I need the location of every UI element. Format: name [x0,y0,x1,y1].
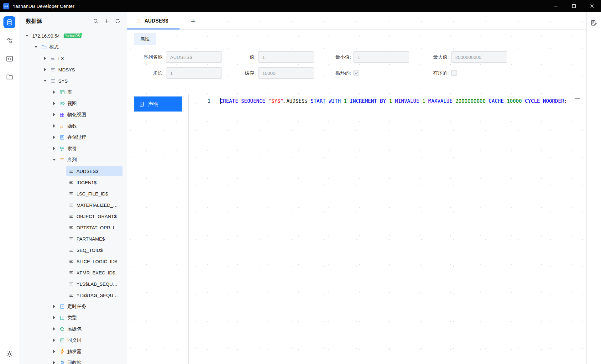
tree-item-LX[interactable]: LX [19,53,127,64]
close-button[interactable] [583,0,601,12]
declaration-button[interactable]: 声明 [134,96,182,112]
tab-bar: AUDSES$ + [127,12,586,30]
search-button[interactable] [92,18,99,25]
tree-item-物化视图[interactable]: 物化视图 [19,109,127,120]
caret-down-icon[interactable] [24,35,30,37]
caret-right-icon[interactable] [51,361,57,364]
tree-item-AUDSES$[interactable]: AUDSES$ [19,165,127,177]
field-label-ordered: 有序的: [412,70,449,76]
caret-right-icon[interactable] [51,124,57,127]
field-input-seq_name[interactable] [166,51,222,63]
right-panel-rail [586,12,601,364]
caret-right-icon[interactable] [51,147,57,150]
tree-item-LSC_FILE_ID$[interactable]: LSC_FILE_ID$ [19,188,127,199]
tree-item-定时任务[interactable]: 定时任务 [19,301,127,312]
function-icon: fx [60,123,65,129]
caret-right-icon[interactable] [51,102,57,105]
caret-right-icon[interactable] [42,68,48,71]
activity-files-panel[interactable] [3,71,15,83]
field-input-cache[interactable] [258,67,314,79]
tree-item-PARTNAME$[interactable]: PARTNAME$ [19,233,127,244]
tree-item-label: MATERIALIZED_… [76,202,118,208]
tree-item-SEQ_TOID$[interactable]: SEQ_TOID$ [19,244,127,256]
tree-item-YLS$TAG_SEQU…[interactable]: YLS$TAG_SEQU… [19,289,127,301]
tree-item-content: IDGEN1$ [66,178,123,187]
caret-right-icon[interactable] [51,305,57,308]
tree-item-序列[interactable]: 序列 [19,154,127,165]
tree-item-函数[interactable]: fx函数 [19,120,127,132]
activity-settings-panel[interactable] [3,34,15,46]
code-token: .AUDSES$ [283,98,311,104]
tree-item-label: SLICE_LOGIC_ID$ [76,259,117,264]
tree-item-高级包[interactable]: 高级包 [19,323,127,335]
tree-item-触发器[interactable]: 触发器 [19,346,127,357]
caret-down-icon[interactable] [42,80,48,82]
code-token: ; [564,98,567,104]
tree-item-存储过程[interactable]: 存储过程 [19,132,127,143]
scrollbar-thumb[interactable] [575,98,580,99]
caret-right-icon[interactable] [51,91,57,94]
tree-item-MDSYS[interactable]: MDSYS [19,64,127,75]
caret-right-icon[interactable] [51,327,57,330]
caret-right-icon[interactable] [51,113,57,116]
tree-item-content: PARTNAME$ [66,234,123,243]
tree-item-label: LX [58,56,64,61]
tree-item-XFMR_EXEC_ID$[interactable]: XFMR_EXEC_ID$ [19,267,127,278]
add-button[interactable] [103,18,110,25]
refresh-button[interactable] [114,18,121,25]
tree-item-模式[interactable]: 模式 [19,41,127,53]
checkbox-ordered[interactable] [451,70,457,76]
tab-audses[interactable]: AUDSES$ [127,12,180,29]
activity-app-settings[interactable] [3,348,15,360]
new-tab-button[interactable]: + [188,12,199,29]
tree-item-content: XFMR_EXEC_ID$ [66,268,123,277]
code-token: 1 [422,98,425,104]
sequence-icon [136,18,141,23]
field-input-step[interactable] [166,67,222,79]
sql-editor[interactable]: 1 CREATE SEQUENCE "SYS".AUDSES$ START WI… [189,94,586,364]
activity-sql-editor-panel[interactable] [3,53,15,65]
tree-item-content: 触发器 [57,347,123,356]
field-input-max_value[interactable] [451,51,507,63]
caret-down-icon[interactable] [33,46,39,48]
checkbox-cycle[interactable] [353,70,359,76]
caret-right-icon[interactable] [51,316,57,319]
tree-item-同义词[interactable]: 同义词 [19,335,127,346]
tree-item-MATERIALIZED_…[interactable]: MATERIALIZED_… [19,199,127,211]
caret-right-icon[interactable] [42,57,48,60]
titlebar: YashanDB Developer Center [0,0,601,12]
field-label-min_value: 最小值: [316,54,351,60]
tree-item-IDGEN1$[interactable]: IDGEN1$ [19,177,127,188]
tree-item-label: LSC_FILE_ID$ [76,191,108,196]
caret-right-icon[interactable] [51,350,57,353]
maximize-button[interactable] [565,0,583,12]
activity-datasource-panel[interactable] [3,16,15,28]
caret-right-icon[interactable] [51,136,57,139]
tab-properties[interactable]: 属性 [134,33,156,45]
tree-item-类型[interactable]: 类型 [19,312,127,323]
tree-item-索引[interactable]: 索引 [19,143,127,154]
field-input-min_value[interactable] [353,51,409,63]
tree-item-label: 触发器 [67,349,81,355]
code-token: 2000000000 [455,98,485,104]
minimize-button[interactable] [546,0,565,12]
tree-item-content: OPTSTAT_OPR_I… [66,223,123,232]
tree-item-label: 表 [67,89,72,95]
caret-right-icon[interactable] [51,339,57,342]
tree-item-回收站[interactable]: 回收站 [19,357,127,364]
tree-item-OPTSTAT_OPR_I…[interactable]: OPTSTAT_OPR_I… [19,222,127,233]
tree-item-SLICE_LOGIC_ID$[interactable]: SLICE_LOGIC_ID$ [19,256,127,267]
activity-bar-top [3,16,15,348]
notes-panel-button[interactable] [590,19,597,26]
caret-down-icon[interactable] [51,159,57,161]
sequence-item-icon [69,180,74,185]
tree-item-YLS$LAB_SEQU…[interactable]: YLS$LAB_SEQU… [19,278,127,289]
tree-item-172.16.90.54[interactable]: 172.16.90.54YashanDB [19,30,127,41]
app-title: YashanDB Developer Center [13,3,74,9]
field-input-value[interactable] [258,51,314,63]
tree-item-SYS[interactable]: SYS [19,75,127,86]
tree-item-OBJECT_GRANT$[interactable]: OBJECT_GRANT$ [19,211,127,222]
tree-item-视图[interactable]: 视图 [19,98,127,109]
field-label-cycle: 循环的: [316,70,351,76]
tree-item-表[interactable]: 表 [19,86,127,98]
